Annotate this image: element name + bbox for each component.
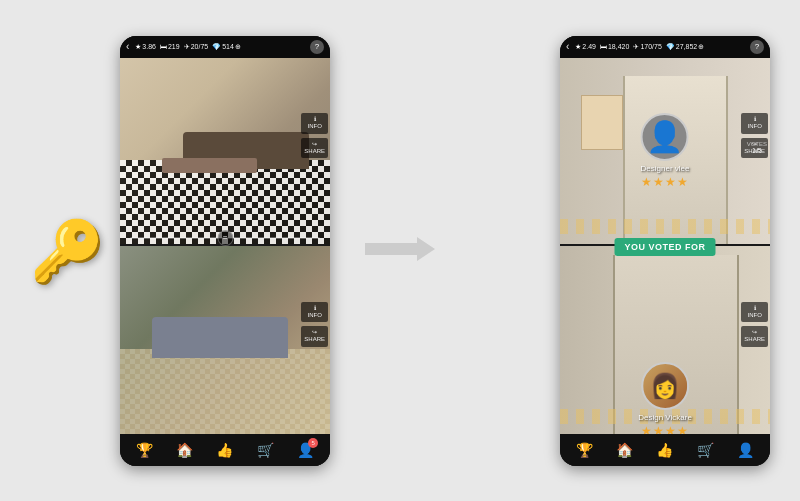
right-room-bottom-side-btns: ℹ INFO ↪ SHARE — [741, 302, 768, 347]
right-move-icon: ✈ — [633, 43, 639, 51]
designer-photo-icon: 👩 — [650, 372, 680, 400]
left-nav-shop[interactable]: 🛒 — [257, 442, 274, 458]
right-info-button-top[interactable]: ℹ INFO — [741, 113, 768, 133]
right-diamond-icon: 💎 — [666, 43, 675, 51]
right-nav-trophy[interactable]: 🏆 — [576, 442, 593, 458]
left-back-button[interactable]: ‹ — [126, 41, 129, 52]
left-bottom-nav: 🏆 🏠 👍 🛒 👤 5 — [120, 434, 330, 466]
right-info-icon-bottom: ℹ — [744, 305, 765, 312]
voted-for-banner: YOU VOTED FOR — [614, 238, 715, 256]
votes-indicator: VOTES 1/5 — [747, 141, 767, 154]
right-room-top: 👤 Designer vlee ★★★★ ℹ INFO ↪ SHA — [560, 58, 770, 246]
right-nav-home[interactable]: 🏠 — [616, 442, 633, 458]
plus-icon: ⊕ — [235, 43, 241, 51]
profile-badge: 5 — [308, 438, 318, 448]
left-phone: ‹ ★ 3.86 🛏 219 ✈ 20/75 💎 514 ⊕ — [120, 36, 330, 466]
left-status-bar: ‹ ★ 3.86 🛏 219 ✈ 20/75 💎 514 ⊕ — [120, 36, 330, 58]
right-beds-value: 18,420 — [608, 43, 629, 50]
move-icon: ✈ — [184, 43, 190, 51]
info-button-top[interactable]: ℹ INFO — [301, 113, 328, 133]
left-room-top-side-btns: ℹ INFO ↪ SHARE — [301, 113, 328, 158]
right-bottom-nav: 🏆 🏠 👍 🛒 👤 — [560, 434, 770, 466]
right-info-label-bottom: INFO — [744, 312, 765, 319]
right-move-stat: ✈ 170/75 — [633, 43, 661, 51]
left-nav-trophy[interactable]: 🏆 — [136, 442, 153, 458]
left-room-bottom-side-btns: ℹ INFO ↪ SHARE — [301, 302, 328, 347]
right-plus-icon: ⊕ — [698, 43, 704, 51]
right-phone-screen: ‹ ★ 2.49 🛏 18,420 ✈ 170/75 💎 27,852 ⊕ — [560, 36, 770, 466]
right-rating-value: 2.49 — [582, 43, 596, 50]
left-room-bottom: ℹ INFO ↪ SHARE — [120, 246, 330, 434]
designer-card-top: 👤 Designer vlee ★★★★ — [641, 113, 690, 189]
designer-avatar-bottom: 👩 — [641, 362, 689, 410]
right-nav-profile[interactable]: 👤 — [737, 442, 754, 458]
right-diamonds-stat: 💎 27,852 ⊕ — [666, 43, 704, 51]
right-nav-like[interactable]: 👍 — [656, 442, 673, 458]
avatar-silhouette-icon: 👤 — [646, 122, 683, 152]
divider-circle: = — [217, 230, 233, 246]
info-label-bottom: INFO — [304, 312, 325, 319]
key-container: 🔑 — [30, 215, 105, 286]
left-nav-profile[interactable]: 👤 5 — [297, 442, 314, 458]
left-diamonds-value: 514 — [222, 43, 234, 50]
share-label-bottom: SHARE — [304, 336, 325, 343]
left-nav-home[interactable]: 🏠 — [176, 442, 193, 458]
arrow-container — [365, 235, 435, 267]
share-icon-top: ↪ — [304, 141, 325, 148]
right-share-label-bottom: SHARE — [744, 336, 765, 343]
diamond-icon: 💎 — [212, 43, 221, 51]
left-beds-stat: 🛏 219 — [160, 43, 180, 50]
left-rating-value: 3.86 — [142, 43, 156, 50]
left-help-button[interactable]: ? — [310, 40, 324, 54]
left-move-stat: ✈ 20/75 — [184, 43, 209, 51]
designer-name-bottom: Design Vickare — [638, 413, 692, 422]
left-room-panel: ℹ INFO ↪ SHARE = — [120, 58, 330, 434]
sofa-bottom — [152, 317, 289, 358]
wall-decor-top — [581, 95, 623, 151]
arrow-svg — [365, 235, 435, 263]
floor-stripe-top — [560, 219, 770, 234]
info-button-bottom[interactable]: ℹ INFO — [301, 302, 328, 322]
right-bed-icon: 🛏 — [600, 43, 607, 50]
right-nav-shop[interactable]: 🛒 — [697, 442, 714, 458]
right-share-button-bottom[interactable]: ↪ SHARE — [741, 326, 768, 346]
right-status-bar: ‹ ★ 2.49 🛏 18,420 ✈ 170/75 💎 27,852 ⊕ — [560, 36, 770, 58]
left-diamonds-stat: 💎 514 ⊕ — [212, 43, 241, 51]
info-icon: ℹ — [304, 116, 325, 123]
right-diamonds-value: 27,852 — [676, 43, 697, 50]
info-label-top: INFO — [304, 123, 325, 130]
designer-name-top: Designer vlee — [641, 164, 690, 173]
designer-stars-top: ★★★★ — [641, 175, 689, 189]
info-icon-bottom: ℹ — [304, 305, 325, 312]
right-help-button[interactable]: ? — [750, 40, 764, 54]
left-nav-like[interactable]: 👍 — [216, 442, 233, 458]
right-rating-stat: ★ 2.49 — [575, 43, 596, 51]
votes-count: 1/5 — [747, 147, 767, 154]
right-info-button-bottom[interactable]: ℹ INFO — [741, 302, 768, 322]
arrow-shape — [365, 237, 435, 261]
left-move-value: 20/75 — [191, 43, 209, 50]
table-top — [162, 158, 257, 173]
right-share-icon-bottom: ↪ — [744, 329, 765, 336]
left-phone-screen: ‹ ★ 3.86 🛏 219 ✈ 20/75 💎 514 ⊕ — [120, 36, 330, 466]
right-beds-stat: 🛏 18,420 — [600, 43, 629, 50]
left-room-top: ℹ INFO ↪ SHARE — [120, 58, 330, 246]
share-label-top: SHARE — [304, 148, 325, 155]
right-room-panel: 👤 Designer vlee ★★★★ ℹ INFO ↪ SHA — [560, 58, 770, 434]
share-button-top[interactable]: ↪ SHARE — [301, 138, 328, 158]
checkerboard-floor-bottom — [120, 349, 330, 434]
right-move-value: 170/75 — [640, 43, 661, 50]
left-divider: = — [131, 237, 320, 239]
right-star-icon: ★ — [575, 43, 581, 51]
share-icon-bottom: ↪ — [304, 329, 325, 336]
right-phone: ‹ ★ 2.49 🛏 18,420 ✈ 170/75 💎 27,852 ⊕ — [560, 36, 770, 466]
designer-avatar-top: 👤 — [641, 113, 689, 161]
right-back-button[interactable]: ‹ — [566, 41, 569, 52]
designer-card-bottom: 👩 Design Vickare ★★★★ — [638, 362, 692, 433]
share-button-bottom[interactable]: ↪ SHARE — [301, 326, 328, 346]
votes-label: VOTES — [747, 141, 767, 147]
left-rating-stat: ★ 3.86 — [135, 43, 156, 51]
designer-stars-bottom: ★★★★ — [641, 424, 689, 433]
main-container: 🔑 ‹ ★ 3.86 🛏 219 ✈ 20/75 💎 — [0, 0, 800, 501]
star-icon: ★ — [135, 43, 141, 51]
